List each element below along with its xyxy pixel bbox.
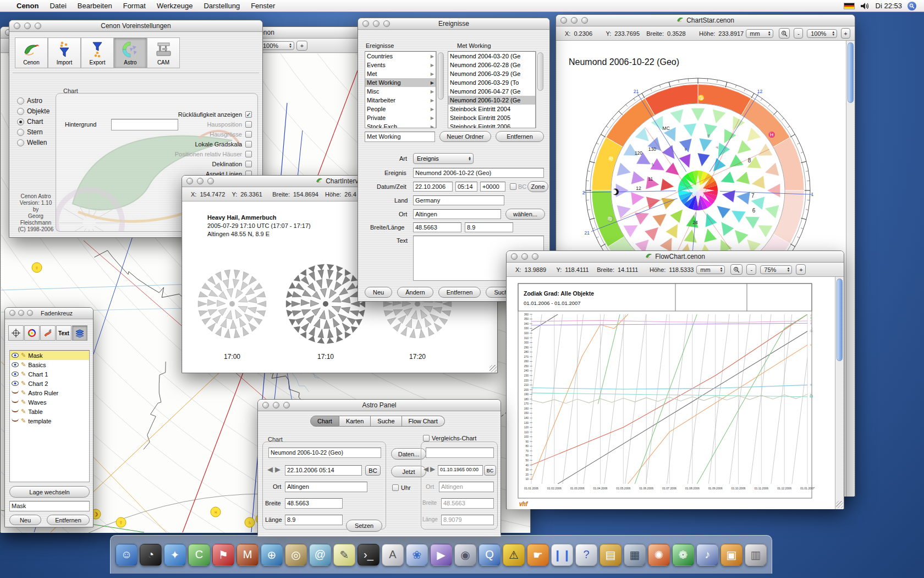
minimize-icon[interactable] xyxy=(18,310,24,316)
astro-panel-titlebar[interactable]: Astro Panel xyxy=(258,400,501,411)
prefs-radio-wellen[interactable]: Wellen xyxy=(17,139,50,146)
layers-list[interactable]: ✎Mask✎Basics✎Chart 1✎Chart 2✎Astro Ruler… xyxy=(9,350,90,482)
zoom-out-button[interactable]: - xyxy=(794,28,803,39)
menu-darstellung[interactable]: Darstellung xyxy=(198,2,245,10)
menu-datei[interactable]: Datei xyxy=(44,2,72,10)
input-language-flag-icon[interactable] xyxy=(844,3,855,9)
apple-menu-icon[interactable] xyxy=(0,0,11,12)
eye-open-icon[interactable] xyxy=(12,353,19,358)
pen-icon[interactable]: ✎ xyxy=(21,389,26,396)
prefs-radio-objekte[interactable]: Objekte xyxy=(17,107,50,115)
tool-text[interactable]: Text xyxy=(56,325,72,341)
close-icon[interactable] xyxy=(262,402,269,408)
minimize-icon[interactable] xyxy=(24,23,31,29)
flowchart-titlebar[interactable]: FlowChart.cenon xyxy=(507,251,844,263)
close-icon[interactable] xyxy=(511,253,518,260)
event-row[interactable]: Neumond 2006-03-29 (Ge xyxy=(448,69,535,78)
close-icon[interactable] xyxy=(186,178,193,184)
pen-icon[interactable]: ✎ xyxy=(21,380,26,387)
unit-popup[interactable]: mm▲▼ xyxy=(746,29,773,38)
dock-icon-pause-indicator[interactable]: ❙❙ xyxy=(551,544,573,566)
folder-row[interactable]: Private▶ xyxy=(365,113,436,122)
menu-fenster[interactable]: Fenster xyxy=(245,2,280,10)
dock-icon-finder[interactable]: ☺ xyxy=(116,544,138,566)
minimize-icon[interactable] xyxy=(273,402,279,408)
layer-row-waves[interactable]: ✎Waves xyxy=(10,397,89,407)
dock-icon-trash[interactable]: ▥ xyxy=(745,544,767,566)
button-ändern[interactable]: Ändern xyxy=(397,287,433,298)
dock-icon-safari[interactable]: ✦ xyxy=(164,544,186,566)
land-field[interactable]: Germany xyxy=(413,195,504,205)
layer-row-chart-1[interactable]: ✎Chart 1 xyxy=(10,369,89,379)
layer-row-chart-2[interactable]: ✎Chart 2 xyxy=(10,379,89,388)
events-scrollbar[interactable] xyxy=(536,51,543,128)
choose-location-button[interactable]: wählen... xyxy=(505,209,545,220)
menu-bearbeiten[interactable]: Bearbeiten xyxy=(72,2,118,10)
prefs-checkbox-row[interactable]: Rückläufigkeit anzeigen✓ xyxy=(178,111,252,118)
step-forward-icon[interactable]: ▶ xyxy=(275,465,280,473)
dock-icon-midi-keys[interactable]: ♪ xyxy=(696,544,718,566)
prefs-checkbox-row[interactable]: Positionen relativ Häuser xyxy=(175,151,252,157)
magnifier-icon[interactable] xyxy=(779,28,790,39)
dock-icon-toolbox[interactable]: ▤ xyxy=(600,544,622,566)
folder-row[interactable]: Misc▶ xyxy=(365,87,436,96)
setzen-button[interactable]: Setzen xyxy=(346,520,382,532)
button-neu[interactable]: Neu xyxy=(365,287,392,298)
dock-icon-mail[interactable]: @ xyxy=(309,544,331,566)
prefs-tab-astro[interactable]: Astro xyxy=(114,37,147,68)
new-layer-button[interactable]: Neu xyxy=(9,515,41,525)
prefs-tab-import[interactable]: Import xyxy=(48,37,81,68)
compare-ort-field[interactable]: Altingen xyxy=(439,482,494,492)
prefs-tab-export[interactable]: Export xyxy=(81,37,114,68)
layer-row-astro-ruler[interactable]: ✎Astro Ruler xyxy=(10,388,89,397)
datum-field[interactable]: 22.10.2006 xyxy=(413,182,453,192)
prefs-checkbox-row[interactable]: Hausgrösse xyxy=(210,131,252,138)
layer-row-basics[interactable]: ✎Basics xyxy=(10,360,89,369)
folders-scrollbar[interactable] xyxy=(436,51,444,128)
dock-icon-hand-tool[interactable]: ☛ xyxy=(527,544,549,566)
folders-list[interactable]: Countries▶Events▶Met▶Met Working▶Misc▶Mi… xyxy=(365,51,436,128)
remove-folder-button[interactable]: Entfernen xyxy=(496,131,544,142)
prefs-radio-astro[interactable]: Astro xyxy=(17,97,50,105)
tool-fill-icon[interactable] xyxy=(40,325,56,341)
eye-closed-icon[interactable] xyxy=(12,409,19,412)
bc-checkbox[interactable] xyxy=(510,183,516,190)
zoom-in-button[interactable]: + xyxy=(841,28,850,39)
zone-offset-field[interactable]: +0000 xyxy=(480,182,505,192)
zoom-in-button[interactable]: + xyxy=(796,264,806,275)
dock-icon-sherlock[interactable]: ◎ xyxy=(285,544,307,566)
chartstar-vertical-scrollbar[interactable] xyxy=(846,41,854,497)
prefs-radio-stern[interactable]: Stern xyxy=(17,128,50,136)
button-entfernen[interactable]: Entfernen xyxy=(438,287,481,298)
art-popup[interactable]: Ereignis▲▼ xyxy=(413,153,474,164)
prefs-tab-cam[interactable]: CAM xyxy=(147,37,180,68)
eye-open-icon[interactable] xyxy=(12,381,19,386)
zoom-icon[interactable] xyxy=(27,310,33,316)
dock-icon-textedit[interactable]: A xyxy=(382,544,404,566)
pen-icon[interactable]: ✎ xyxy=(21,370,26,378)
dock-icon-imovie[interactable]: ▶ xyxy=(430,544,452,566)
zeit-field[interactable]: 05:14 xyxy=(455,182,477,192)
remove-layer-button[interactable]: Entfernen xyxy=(47,515,90,525)
prefs-checkbox-row[interactable]: Lokale Gradskala xyxy=(195,141,252,148)
prefs-radio-chart[interactable]: Chart xyxy=(17,118,50,126)
folder-row[interactable]: Mitarbeiter▶ xyxy=(365,96,436,105)
compare-breite-field[interactable]: 48.5663 xyxy=(441,498,494,509)
switch-position-button[interactable]: Lage wechseln xyxy=(9,486,90,498)
tab-flow-chart[interactable]: Flow Chart xyxy=(402,416,445,427)
map-zoom-popup[interactable]: 100%▲▼ xyxy=(259,41,294,50)
eye-open-icon[interactable] xyxy=(12,372,19,377)
tool-colors-icon[interactable] xyxy=(24,325,40,341)
zoom-popup[interactable]: 100%▲▼ xyxy=(807,29,837,38)
ereignisse-titlebar[interactable]: Ereignisse xyxy=(358,18,549,30)
minimize-icon[interactable] xyxy=(197,178,204,184)
bc-button[interactable]: BC xyxy=(484,465,496,476)
dock-icon-help[interactable]: ? xyxy=(575,544,597,566)
event-row[interactable]: Steinbock Eintritt 2006 xyxy=(448,122,535,128)
checkbox-icon[interactable]: ✓ xyxy=(245,111,252,118)
vergleichs-chart-checkbox[interactable] xyxy=(423,435,430,441)
scrollbar-thumb[interactable] xyxy=(848,42,854,103)
event-row[interactable]: Neumond 2006-02-28 (Ge xyxy=(448,61,535,69)
dock-icon-package[interactable]: ▣ xyxy=(721,544,743,566)
menubar-clock[interactable]: Di 22:53 xyxy=(876,2,902,10)
